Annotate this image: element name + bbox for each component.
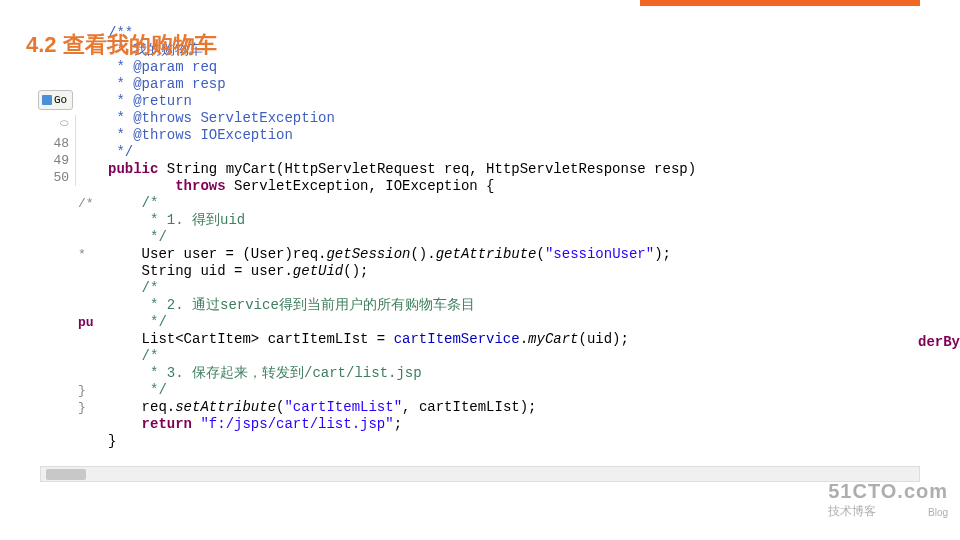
horizontal-scrollbar[interactable] — [40, 466, 920, 482]
collapsed-code-margin: /* * pu } } — [78, 195, 108, 416]
code-editor[interactable]: /** * 我的购物车 * @param req * @param resp *… — [108, 8, 696, 450]
section-heading: 4.2 查看我的购物车 — [26, 30, 217, 60]
watermark-blog-label: Blog — [928, 507, 948, 518]
overflow-code-fragment: derBy — [918, 334, 960, 350]
watermark: 51CTO.com 技术博客 Blog — [828, 480, 948, 520]
editor-tab[interactable]: Go — [38, 90, 73, 110]
scrollbar-thumb[interactable] — [46, 469, 86, 480]
accent-bar — [640, 0, 920, 6]
line-number-gutter: ⬭ 48 49 50 — [26, 115, 76, 186]
line-number: 49 — [26, 152, 69, 169]
tab-label: Go — [54, 94, 67, 106]
line-number: 48 — [26, 135, 69, 152]
watermark-logo: 51CTO.com — [828, 480, 948, 503]
line-number: 50 — [26, 169, 69, 186]
